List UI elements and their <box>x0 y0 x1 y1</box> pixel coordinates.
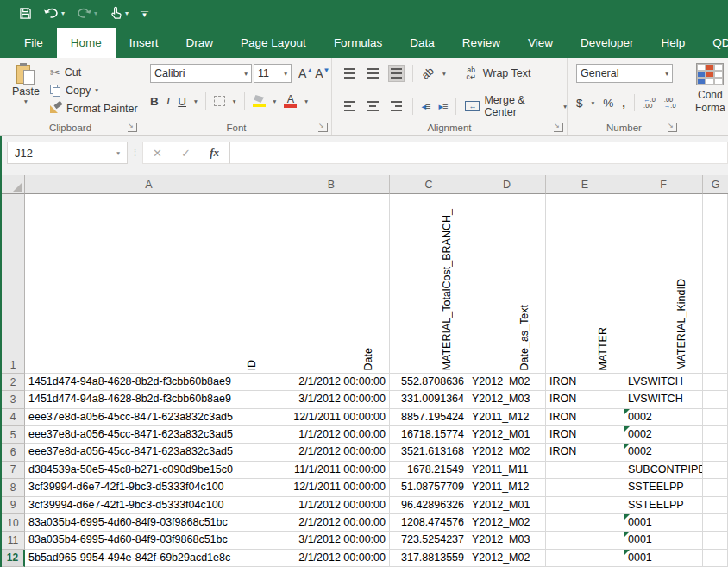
cell[interactable]: 11/1/2011 00:00:00 <box>273 462 390 479</box>
tab-data[interactable]: Data <box>396 28 449 58</box>
cell[interactable]: Y2012_M01 <box>468 426 546 444</box>
cell[interactable]: IRON <box>546 409 624 426</box>
cell[interactable] <box>703 444 728 461</box>
decrease-indent-button[interactable]: ◂≡ <box>422 101 430 112</box>
decrease-font-size-button[interactable]: A▼ <box>315 66 329 80</box>
cell[interactable] <box>546 550 624 567</box>
customize-qat-icon[interactable]: —▾ <box>141 9 148 16</box>
row-header[interactable]: 8 <box>2 479 25 496</box>
cell[interactable]: 3/1/2012 00:00:00 <box>273 391 390 408</box>
cell[interactable]: eee37e8d-a056-45cc-8471-623a832c3ad5 <box>25 426 273 444</box>
cell[interactable] <box>703 532 728 549</box>
cell[interactable]: Y2012_M02 <box>468 444 546 461</box>
percent-style-button[interactable]: % <box>603 97 613 110</box>
cell[interactable]: Y2012_M03 <box>468 391 546 408</box>
row-header[interactable]: 11 <box>2 532 25 549</box>
format-painter-button[interactable]: Format Painter <box>50 101 138 116</box>
cell[interactable] <box>546 514 624 532</box>
cell[interactable] <box>703 462 728 479</box>
tab-file[interactable]: File <box>10 28 57 58</box>
formula-bar-grip[interactable]: ⁞ <box>128 148 142 158</box>
cell[interactable] <box>546 532 624 549</box>
cell[interactable]: 3/1/2012 00:00:00 <box>273 532 390 549</box>
row-header[interactable]: 10 <box>2 514 25 532</box>
cell-g1[interactable] <box>703 194 728 374</box>
cell[interactable] <box>703 497 728 514</box>
underline-button[interactable]: U <box>178 95 186 108</box>
cell-e1[interactable]: MATTER <box>546 194 624 374</box>
row-header[interactable]: 6 <box>2 444 25 461</box>
comma-style-button[interactable]: , <box>622 97 625 110</box>
cell[interactable]: 96.42896326 <box>390 497 468 514</box>
cell[interactable]: SUBCONTPIPE <box>624 462 703 479</box>
row-header[interactable]: 4 <box>2 409 25 426</box>
cell[interactable]: 3cf39994-d6e7-42f1-9bc3-d5333f04c100 <box>25 497 273 514</box>
cell[interactable]: 12/1/2011 00:00:00 <box>273 479 390 496</box>
cell[interactable]: 0002 <box>624 409 703 426</box>
increase-indent-button[interactable]: ▸≡ <box>438 101 447 112</box>
underline-dropdown-icon[interactable]: ▾ <box>194 98 198 105</box>
column-header-b[interactable]: B <box>273 175 390 194</box>
cell[interactable]: 1/1/2012 00:00:00 <box>273 426 390 444</box>
tab-qdv[interactable]: QDV <box>699 28 728 58</box>
row-header[interactable]: 7 <box>2 462 25 479</box>
cell[interactable]: 83a035b4-6995-4d60-84f9-03f9868c51bc <box>25 514 273 532</box>
cell[interactable]: 0002 <box>624 444 703 461</box>
increase-font-size-button[interactable]: A▲ <box>298 66 313 80</box>
cell[interactable]: 3521.613168 <box>390 444 468 461</box>
cell-b1[interactable]: Date <box>273 194 390 374</box>
cell[interactable]: 723.5254237 <box>390 532 468 549</box>
cell[interactable]: 2/1/2012 00:00:00 <box>273 550 390 567</box>
middle-align-button[interactable] <box>366 66 380 81</box>
font-color-icon[interactable]: A <box>284 95 297 108</box>
cell[interactable]: 2/1/2012 00:00:00 <box>273 374 390 391</box>
cell[interactable]: d384539a-50e5-45c8-b271-c090d9be15c0 <box>25 462 273 479</box>
cell[interactable]: 317.8813559 <box>390 550 468 567</box>
column-header-g[interactable]: G <box>703 175 728 194</box>
italic-button[interactable]: I <box>166 94 171 108</box>
align-right-button[interactable] <box>389 98 404 114</box>
cell[interactable]: 331.0091364 <box>390 391 468 408</box>
bottom-align-button[interactable] <box>389 66 404 81</box>
cell[interactable]: Y2012_M02 <box>468 550 546 567</box>
row-header-1[interactable]: 1 <box>2 194 25 374</box>
tab-page-layout[interactable]: Page Layout <box>227 28 320 58</box>
column-header-c[interactable]: C <box>390 175 468 194</box>
column-header-e[interactable]: E <box>546 175 624 194</box>
tab-review[interactable]: Review <box>449 28 514 58</box>
cell[interactable]: SSTEELPP <box>624 479 703 496</box>
cell[interactable]: IRON <box>546 374 624 391</box>
cell[interactable] <box>703 409 728 426</box>
orientation-icon[interactable]: ab <box>419 65 436 82</box>
tab-view[interactable]: View <box>514 28 567 58</box>
save-icon[interactable] <box>19 7 32 20</box>
cell[interactable]: IRON <box>546 426 624 444</box>
font-name-dropdown-icon[interactable]: ▾ <box>244 70 248 78</box>
cell[interactable]: 51.08757709 <box>390 479 468 496</box>
cell[interactable]: 1451d474-94a8-4628-8b2d-f3cbb60b8ae9 <box>25 374 273 391</box>
touch-mode-dropdown-icon[interactable]: ▾ <box>125 9 129 17</box>
cell[interactable]: 1451d474-94a8-4628-8b2d-f3cbb60b8ae9 <box>25 391 273 408</box>
cell[interactable]: 1208.474576 <box>390 514 468 532</box>
tab-insert[interactable]: Insert <box>116 28 173 58</box>
insert-function-button[interactable]: fx <box>200 146 229 160</box>
cell[interactable]: 552.8708636 <box>390 374 468 391</box>
top-align-button[interactable] <box>342 66 357 81</box>
font-color-dropdown-icon[interactable]: ▾ <box>304 98 308 105</box>
cell[interactable]: 0002 <box>624 426 703 444</box>
align-center-button[interactable] <box>366 98 380 114</box>
cell[interactable]: Y2012_M03 <box>468 532 546 549</box>
tab-draw[interactable]: Draw <box>173 28 228 58</box>
cell-d1[interactable]: Date_as_Text <box>468 194 546 374</box>
cell[interactable] <box>703 374 728 391</box>
increase-decimal-button[interactable]: ←.0.00 <box>643 97 656 109</box>
tab-formulas[interactable]: Formulas <box>320 28 396 58</box>
cell[interactable]: 1678.21549 <box>390 462 468 479</box>
column-header-d[interactable]: D <box>468 175 546 194</box>
name-box[interactable]: J12 ▾ <box>7 142 128 164</box>
number-format-combo[interactable]: General ▾ <box>576 64 673 83</box>
cell[interactable]: 2/1/2012 00:00:00 <box>273 444 390 461</box>
font-size-combo[interactable]: 11 ▾ <box>254 64 292 83</box>
cell[interactable]: 16718.15774 <box>390 426 468 444</box>
cell[interactable] <box>703 550 728 567</box>
